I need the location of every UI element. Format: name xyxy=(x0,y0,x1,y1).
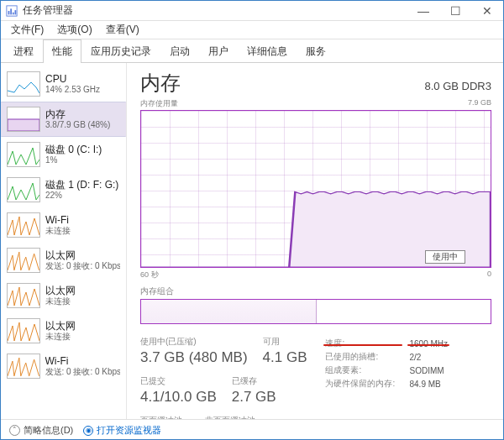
speed-value: 1600 MHz xyxy=(409,339,448,348)
footer: ˄ 简略信息(D) ◉ 打开资源监视器 xyxy=(1,419,503,440)
sidebar-thumb-6 xyxy=(7,283,40,308)
app-icon xyxy=(6,5,18,17)
form-value: SODIMM xyxy=(409,366,444,375)
sidebar-thumb-3 xyxy=(7,177,40,202)
tab-users[interactable]: 用户 xyxy=(199,39,238,63)
memory-spec: 8.0 GB DDR3 xyxy=(425,80,491,92)
svg-rect-3 xyxy=(13,12,14,14)
sidebar-thumb-4 xyxy=(7,212,40,238)
hw-value: 84.9 MB xyxy=(409,380,440,389)
sidebar-sub-5: 发送: 0 接收: 0 Kbps xyxy=(45,261,120,271)
sidebar-sub-7: 未连接 xyxy=(45,332,76,342)
sidebar-title-0: CPU xyxy=(45,73,100,85)
sidebar-thumb-0 xyxy=(7,71,40,97)
svg-rect-4 xyxy=(15,10,17,14)
window-title: 任务管理器 xyxy=(23,3,407,18)
sidebar-item-7[interactable]: 以太网未连接 xyxy=(1,313,126,348)
tab-app-history[interactable]: 应用历史记录 xyxy=(81,39,160,63)
slots-key: 已使用的插槽: xyxy=(325,351,401,363)
tab-services[interactable]: 服务 xyxy=(297,39,335,63)
cached-label: 已缓存 xyxy=(232,375,276,387)
sidebar-thumb-8 xyxy=(7,354,40,379)
memory-composition xyxy=(140,299,491,324)
axis-left: 60 秒 xyxy=(140,270,159,280)
sidebar-item-8[interactable]: Wi-Fi发送: 0 接收: 0 Kbps xyxy=(1,348,126,384)
sidebar-sub-6: 未连接 xyxy=(45,296,76,306)
sidebar-item-0[interactable]: CPU14% 2.53 GHz xyxy=(1,66,126,102)
used-value: 3.7 GB (480 MB) xyxy=(140,348,248,367)
chart-label-right: 7.9 GB xyxy=(468,98,491,109)
sidebar-title-2: 磁盘 0 (C: I:) xyxy=(45,144,102,155)
open-resource-monitor-link[interactable]: ◉ 打开资源监视器 xyxy=(83,424,161,437)
main-panel: 内存 8.0 GB DDR3 内存使用量 7.9 GB 使用中 60 秒 0 内… xyxy=(127,63,503,419)
sidebar-item-4[interactable]: Wi-Fi未连接 xyxy=(1,207,126,243)
menu-options[interactable]: 选项(O) xyxy=(52,21,97,39)
sidebar-title-8: Wi-Fi xyxy=(45,355,120,367)
sidebar-title-3: 磁盘 1 (D: F: G:) xyxy=(45,179,118,191)
sidebar-item-1[interactable]: 内存3.8/7.9 GB (48%) xyxy=(1,102,126,137)
sidebar-title-7: 以太网 xyxy=(45,320,76,332)
sidebar-item-2[interactable]: 磁盘 0 (C: I:)1% xyxy=(1,137,126,172)
fewer-details-toggle[interactable]: ˄ 简略信息(D) xyxy=(9,424,73,437)
sidebar-sub-4: 未连接 xyxy=(45,226,71,236)
menubar: 文件(F) 选项(O) 查看(V) xyxy=(1,21,503,39)
titlebar: 任务管理器 — ☐ ✕ xyxy=(1,1,503,21)
axis-right: 0 xyxy=(487,270,491,280)
tab-startup[interactable]: 启动 xyxy=(160,39,199,63)
sidebar-sub-3: 22% xyxy=(45,191,118,201)
avail-label: 可用 xyxy=(263,336,307,348)
commit-label: 已提交 xyxy=(140,375,217,387)
chart-label-left: 内存使用量 xyxy=(140,98,178,109)
fewer-details-label: 简略信息(D) xyxy=(24,424,73,437)
used-label: 使用中(已压缩) xyxy=(140,336,248,348)
speed-key: 速度: xyxy=(325,338,401,349)
sidebar-item-6[interactable]: 以太网未连接 xyxy=(1,278,126,313)
avail-value: 4.1 GB xyxy=(263,348,307,367)
sidebar-thumb-2 xyxy=(7,142,40,167)
svg-rect-2 xyxy=(10,8,12,14)
sidebar-thumb-7 xyxy=(7,318,40,343)
resource-monitor-label: 打开资源监视器 xyxy=(97,424,161,437)
page-title: 内存 xyxy=(140,70,181,97)
memory-chart: 使用中 xyxy=(140,110,491,268)
cached-value: 2.7 GB xyxy=(232,388,276,406)
minimize-button[interactable]: — xyxy=(407,1,439,21)
chevron-up-icon: ˄ xyxy=(9,425,20,436)
sidebar-sub-2: 1% xyxy=(45,155,102,165)
monitor-icon: ◉ xyxy=(83,426,93,436)
menu-view[interactable]: 查看(V) xyxy=(101,21,144,39)
tab-processes[interactable]: 进程 xyxy=(4,39,43,63)
form-key: 组成要素: xyxy=(325,364,401,376)
menu-file[interactable]: 文件(F) xyxy=(6,21,49,39)
sidebar-thumb-5 xyxy=(7,248,40,273)
sidebar-sub-8: 发送: 0 接收: 0 Kbps xyxy=(45,367,120,377)
sidebar-title-1: 内存 xyxy=(45,108,110,120)
tab-performance[interactable]: 性能 xyxy=(43,39,81,63)
svg-rect-1 xyxy=(8,11,10,14)
sidebar: CPU14% 2.53 GHz内存3.8/7.9 GB (48%)磁盘 0 (C… xyxy=(1,63,127,419)
sidebar-item-5[interactable]: 以太网发送: 0 接收: 0 Kbps xyxy=(1,243,126,278)
hw-key: 为硬件保留的内存: xyxy=(325,378,401,390)
tab-details[interactable]: 详细信息 xyxy=(238,39,297,63)
sidebar-sub-0: 14% 2.53 GHz xyxy=(45,85,100,95)
slots-value: 2/2 xyxy=(409,353,421,362)
commit-value: 4.1/10.0 GB xyxy=(140,388,217,406)
close-button[interactable]: ✕ xyxy=(471,1,503,21)
sidebar-sub-1: 3.8/7.9 GB (48%) xyxy=(45,120,110,130)
sidebar-title-5: 以太网 xyxy=(45,249,120,261)
chart-badge: 使用中 xyxy=(425,250,465,264)
sidebar-thumb-1 xyxy=(7,107,40,132)
subchart-label: 内存组合 xyxy=(140,285,491,297)
svg-rect-5 xyxy=(8,119,39,131)
sidebar-item-3[interactable]: 磁盘 1 (D: F: G:)22% xyxy=(1,172,126,207)
maximize-button[interactable]: ☐ xyxy=(439,1,471,21)
sidebar-title-4: Wi-Fi xyxy=(45,214,71,226)
tabbar: 进程 性能 应用历史记录 启动 用户 详细信息 服务 xyxy=(1,39,503,63)
sidebar-title-6: 以太网 xyxy=(45,285,76,296)
